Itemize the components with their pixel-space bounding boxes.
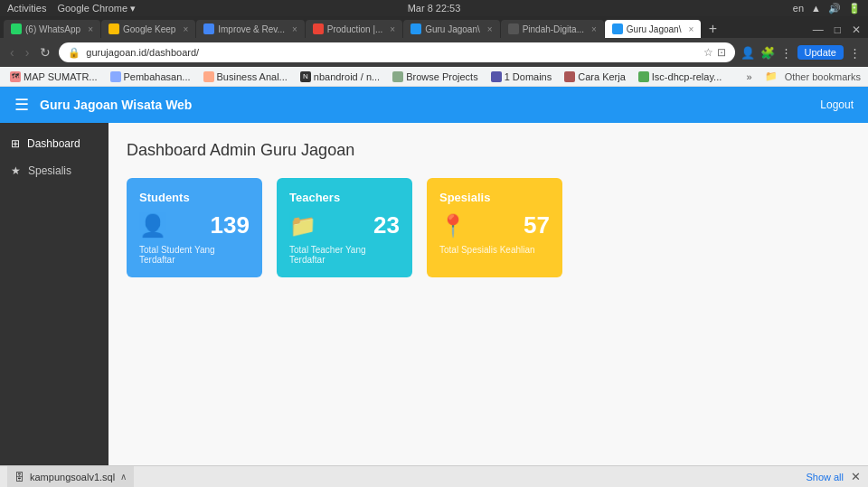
tab-favicon-whatsapp (11, 23, 22, 34)
bookmark-cara[interactable]: Cara Kerja (561, 70, 628, 83)
students-card[interactable]: Students 👤 139 Total Student Yang Terdaf… (127, 178, 262, 277)
bookmark-business[interactable]: Business Anal... (201, 70, 290, 83)
show-all-button[interactable]: Show all (806, 472, 844, 482)
sidebar: ⊞ Dashboard ★ Spesialis (0, 123, 108, 465)
dashboard-icon: ⊞ (11, 137, 20, 150)
spesialis-desc: Total Spesialis Keahlian (439, 245, 550, 255)
bookmark-domains[interactable]: 1 Domains (488, 70, 555, 83)
tab-whatsapp[interactable]: (6) WhatsApp × (4, 20, 100, 38)
bookmark-label-nbandroid: nbandroid / n... (314, 71, 380, 82)
bookmark-isc[interactable]: Isc-dhcp-relay... (636, 70, 724, 83)
secure-icon: 🔒 (68, 47, 80, 59)
volume-icon[interactable]: 🔊 (828, 3, 841, 14)
teachers-card-label: Teachers (289, 191, 400, 204)
bookmark-nbandroid[interactable]: N nbandroid / n... (297, 70, 382, 83)
profile-icon[interactable]: 👤 (741, 46, 755, 60)
cast-icon[interactable]: ⊡ (717, 46, 726, 59)
bookmark-label-browse: Browse Projects (406, 71, 477, 82)
forward-button[interactable]: › (23, 45, 33, 60)
tab-pindah[interactable]: Pindah-Digita... × (501, 20, 604, 38)
more-icon[interactable]: ⋮ (780, 46, 792, 60)
students-desc: Total Student Yang Terdaftar (139, 245, 250, 265)
students-card-label: Students (139, 191, 250, 204)
teachers-card[interactable]: Teachers 📁 23 Total Teacher Yang Terdaft… (277, 178, 412, 277)
os-datetime: Mar 8 22:53 (408, 3, 461, 14)
sidebar-item-spesialis[interactable]: ★ Spesialis (0, 157, 108, 184)
spesialis-card-body: 📍 57 (439, 211, 550, 239)
tab-close-pindah[interactable]: × (591, 24, 597, 34)
bookmark-label-cara: Cara Kerja (578, 71, 626, 82)
bookmark-favicon-isc (638, 71, 649, 82)
tab-guru2[interactable]: Guru Jagoan\ × (605, 20, 701, 38)
tab-close-keep[interactable]: × (183, 24, 188, 34)
stats-cards-row: Students 👤 139 Total Student Yang Terdaf… (127, 178, 850, 277)
tab-label-keep: Google Keep (123, 24, 175, 34)
download-item[interactable]: 🗄 kampungsoalv1.sql ∧ (7, 466, 134, 488)
bookmarks-bar: 🗺 MAP SUMATR... Pembahasan... Business A… (0, 67, 868, 87)
app-name-label[interactable]: Google Chrome ▾ (57, 3, 136, 14)
reload-button[interactable]: ↻ (37, 45, 53, 60)
tab-close-whatsapp[interactable]: × (88, 24, 93, 34)
spesialis-count: 57 (524, 211, 550, 239)
tab-close-guru1[interactable]: × (487, 24, 493, 34)
bookmark-label-isc: Isc-dhcp-relay... (652, 71, 722, 82)
bookmark-map[interactable]: 🗺 MAP SUMATR... (7, 70, 100, 83)
tab-close-improve[interactable]: × (292, 24, 297, 34)
extensions-icon[interactable]: 🧩 (760, 46, 775, 60)
sidebar-item-dashboard[interactable]: ⊞ Dashboard (0, 130, 108, 157)
download-bar: 🗄 kampungsoalv1.sql ∧ Show all ✕ (0, 465, 868, 487)
address-bar: ‹ › ↻ 🔒 gurujagoan.id/dashboard/ ☆ ⊡ 👤 🧩… (0, 38, 868, 67)
bookmark-browse[interactable]: Browse Projects (390, 70, 480, 83)
students-card-body: 👤 139 (139, 211, 250, 239)
wifi-icon: ▲ (811, 3, 821, 14)
bookmarks-more-button[interactable]: » (747, 71, 752, 82)
other-bookmarks[interactable]: Other bookmarks (785, 71, 861, 82)
app-body: ⊞ Dashboard ★ Spesialis Dashboard Admin … (0, 123, 868, 465)
tab-improve[interactable]: Improve & Rev... × (196, 20, 305, 38)
tab-favicon-guru2 (612, 23, 623, 34)
browser-toolbar-right: 👤 🧩 ⋮ Update ⋮ (741, 45, 861, 60)
students-icon: 👤 (139, 213, 166, 239)
app-navbar: ☰ Guru Jagoan Wisata Web Logout (0, 87, 868, 123)
tab-close-production[interactable]: × (390, 24, 395, 34)
bookmark-favicon-domains (491, 71, 502, 82)
menu-icon[interactable]: ⋮ (849, 46, 861, 60)
close-button[interactable]: ✕ (848, 23, 864, 36)
bookmark-favicon-cara (564, 71, 575, 82)
new-tab-button[interactable]: + (702, 20, 723, 38)
url-text: gurujagoan.id/dashboard/ (86, 47, 697, 58)
bookmark-label-business: Business Anal... (217, 71, 288, 82)
hamburger-menu[interactable]: ☰ (14, 95, 29, 115)
teachers-desc: Total Teacher Yang Terdaftar (289, 245, 400, 265)
maximize-button[interactable]: □ (831, 23, 844, 36)
downloads-close-button[interactable]: ✕ (851, 470, 861, 483)
activities-label[interactable]: Activities (7, 3, 46, 14)
bookmark-favicon-browse (392, 71, 403, 82)
bookmark-label-pembahasan: Pembahasan... (124, 71, 191, 82)
language-indicator[interactable]: en (793, 3, 804, 14)
url-input[interactable]: 🔒 gurujagoan.id/dashboard/ ☆ ⊡ (59, 42, 734, 62)
logout-button[interactable]: Logout (820, 98, 854, 111)
bookmark-pembahasan[interactable]: Pembahasan... (108, 70, 193, 83)
star-icon[interactable]: ☆ (703, 46, 713, 59)
spesialis-card[interactable]: Spesialis 📍 57 Total Spesialis Keahlian (427, 178, 562, 277)
download-chevron-icon[interactable]: ∧ (120, 472, 127, 482)
bookmark-favicon-business (203, 71, 214, 82)
tab-label-production: Production |... (327, 24, 383, 34)
tab-favicon-production (313, 23, 324, 34)
sidebar-label-dashboard: Dashboard (27, 137, 80, 150)
tab-guru1[interactable]: Guru Jagoan\ × (403, 20, 499, 38)
sidebar-label-spesialis: Spesialis (28, 164, 71, 177)
app-nav-left: ☰ Guru Jagoan Wisata Web (14, 95, 192, 115)
tab-production[interactable]: Production |... × (306, 20, 402, 38)
update-button[interactable]: Update (797, 45, 844, 60)
folder-icon[interactable]: 📁 (765, 70, 778, 82)
download-filename: kampungsoalv1.sql (30, 472, 115, 482)
tab-keep[interactable]: Google Keep × (101, 20, 195, 38)
tab-close-guru2[interactable]: × (688, 24, 693, 34)
teachers-icon: 📁 (289, 213, 316, 239)
minimize-button[interactable]: — (809, 23, 827, 36)
tab-controls: — □ ✕ (809, 23, 864, 38)
back-button[interactable]: ‹ (7, 45, 17, 60)
battery-icon[interactable]: 🔋 (848, 3, 861, 14)
